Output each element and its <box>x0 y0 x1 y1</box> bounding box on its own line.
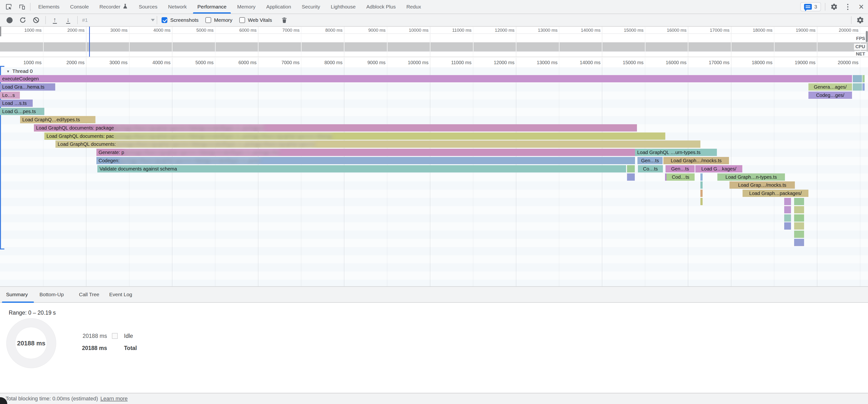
flame-bar[interactable]: Load …s.ts <box>0 99 33 107</box>
flame-bar[interactable]: Lo…s <box>0 92 20 99</box>
learn-more-link[interactable]: Learn more <box>100 396 128 402</box>
grid-line <box>731 42 732 51</box>
tab-memory[interactable]: Memory <box>232 0 261 13</box>
clear-icon[interactable] <box>31 15 41 25</box>
save-profile-icon[interactable]: ↓ <box>63 15 73 25</box>
overview-tick-label: 20000 ms <box>818 27 859 33</box>
grid-line <box>559 42 559 51</box>
flame-bar[interactable]: Load GraphQL …urn-types.ts <box>635 149 717 156</box>
flame-bar[interactable]: Generate: ppackages/basics/graphql-types… <box>96 149 635 156</box>
thread-header[interactable]: ▼ Thread 0 <box>6 68 33 74</box>
flame-block[interactable] <box>701 181 703 189</box>
flame-bar[interactable]: Load GraphQL documents: pacpackages/basi… <box>44 132 665 140</box>
flame-bar[interactable]: Cod…ts <box>666 174 694 181</box>
overview-tick-label: 9000 ms <box>345 27 385 33</box>
flame-block[interactable] <box>701 198 703 205</box>
flame-block[interactable] <box>794 239 804 246</box>
flame-block[interactable] <box>784 222 791 229</box>
trash-icon[interactable] <box>280 15 289 25</box>
flame-block[interactable] <box>784 206 791 213</box>
flame-bar[interactable]: Co…ts <box>638 165 663 173</box>
load-profile-icon[interactable]: ↑ <box>50 15 59 25</box>
flame-block[interactable] <box>794 198 804 205</box>
flame-block[interactable] <box>862 75 865 82</box>
collapse-triangle-icon: ▼ <box>6 69 10 73</box>
tab-recorder[interactable]: Recorder <box>94 0 133 13</box>
web-vitals-checkbox[interactable] <box>239 17 245 23</box>
tab-sources[interactable]: Sources <box>133 0 163 13</box>
flame-bar[interactable]: Load G…kages/ <box>695 165 742 173</box>
flame-bar[interactable]: Gen…ts <box>638 157 662 164</box>
tab-summary[interactable]: Summary <box>6 287 28 302</box>
flame-bar[interactable]: Load G…pes.ts <box>0 108 44 115</box>
device-toolbar-icon[interactable] <box>17 2 27 12</box>
flame-bar[interactable]: Genera…ages/ <box>808 83 852 91</box>
flame-block[interactable] <box>794 206 804 213</box>
tab-bottom-up[interactable]: Bottom-Up <box>39 287 64 302</box>
flame-block[interactable] <box>627 165 635 173</box>
close-devtools-icon[interactable]: × <box>857 2 866 12</box>
capture-settings-gear-icon[interactable] <box>856 15 865 25</box>
flame-bar[interactable]: Load Grap…/mocks.ts <box>730 181 795 189</box>
flame-block[interactable] <box>784 198 791 205</box>
tab-adblock-plus[interactable]: Adblock Plus <box>361 0 401 13</box>
tab-elements[interactable]: Elements <box>33 0 65 13</box>
tab-redux[interactable]: Redux <box>401 0 427 13</box>
flame-bar-label: executeCodegen <box>2 76 39 82</box>
tab-event-log[interactable]: Event Log <box>109 287 132 302</box>
flame-bar[interactable]: Load Graph…/mocks.ts <box>663 157 729 164</box>
more-options-icon[interactable] <box>843 2 852 12</box>
thread-label: Thread 0 <box>12 68 33 74</box>
overview-left-handle[interactable] <box>0 27 1 36</box>
overview-tick-label: 17000 ms <box>689 27 730 33</box>
tab-call-tree[interactable]: Call Tree <box>79 287 99 302</box>
flame-bar[interactable]: Load GraphQL documents:packages/basics/g… <box>56 141 701 148</box>
flame-block[interactable] <box>701 190 703 197</box>
flame-bar[interactable]: Validate documents against schema <box>97 165 626 173</box>
flame-bar[interactable]: Load GraphQL documents: packagepackages/… <box>34 124 637 131</box>
flame-bar-label: Co…ts <box>643 165 658 173</box>
flame-bar[interactable]: Load Gra…hema.ts <box>0 83 55 91</box>
flame-bar[interactable]: Load Graph…n-types.ts <box>717 174 785 181</box>
flame-block[interactable] <box>853 83 862 91</box>
flame-bar[interactable]: Load GraphQ…ed/types.ts <box>20 116 95 123</box>
flame-bar[interactable]: Codegen:packages/basics/graphql-types/sr… <box>96 157 635 164</box>
tab-security[interactable]: Security <box>297 0 326 13</box>
session-select[interactable]: #1 <box>82 17 155 23</box>
tab-application[interactable]: Application <box>261 0 297 13</box>
flame-bar-label: Load G…kages/ <box>702 165 737 173</box>
divider <box>825 3 826 11</box>
settings-gear-icon[interactable] <box>829 2 839 12</box>
overview-scrollbar-thumb[interactable] <box>866 31 868 42</box>
flame-bar-label: Load GraphQL documents: package <box>36 125 114 130</box>
tab-network[interactable]: Network <box>163 0 192 13</box>
flame-block[interactable] <box>794 230 804 238</box>
flame-bar-label: Load Gra…hema.ts <box>2 84 44 90</box>
flame-bar[interactable]: executeCodegen <box>0 75 852 82</box>
flame-block[interactable] <box>627 174 635 181</box>
flame-block[interactable] <box>862 83 865 91</box>
inspect-element-icon[interactable] <box>4 2 13 12</box>
flame-block[interactable] <box>794 222 804 229</box>
memory-checkbox[interactable] <box>206 17 211 23</box>
grid-line <box>774 42 775 51</box>
flame-block[interactable] <box>701 174 703 181</box>
checkbox-row-memory: Memory <box>206 17 232 23</box>
flame-bar[interactable]: Codeg…ges/ <box>808 92 852 99</box>
console-messages-button[interactable]: 3 <box>800 2 821 11</box>
flame-bar[interactable]: Gen…ts <box>665 165 694 173</box>
timeline-overview[interactable]: 1000 ms2000 ms3000 ms4000 ms5000 ms6000 … <box>0 27 868 57</box>
record-icon[interactable] <box>5 15 14 25</box>
flame-block[interactable] <box>853 75 862 82</box>
overview-tick-label: 4000 ms <box>130 27 170 33</box>
flame-block[interactable] <box>794 214 804 222</box>
tab-console[interactable]: Console <box>65 0 94 13</box>
reload-and-record-icon[interactable] <box>18 15 27 25</box>
flame-block[interactable] <box>784 214 791 222</box>
flame-bar-label: Generate: p <box>99 150 124 155</box>
tab-performance[interactable]: Performance <box>192 0 232 13</box>
flame-bar[interactable]: Load Graph…packages/ <box>743 190 808 197</box>
ruler-tick-label: 12000 ms <box>474 59 515 66</box>
tab-lighthouse[interactable]: Lighthouse <box>326 0 361 13</box>
screenshots-checkbox[interactable] <box>161 17 167 23</box>
